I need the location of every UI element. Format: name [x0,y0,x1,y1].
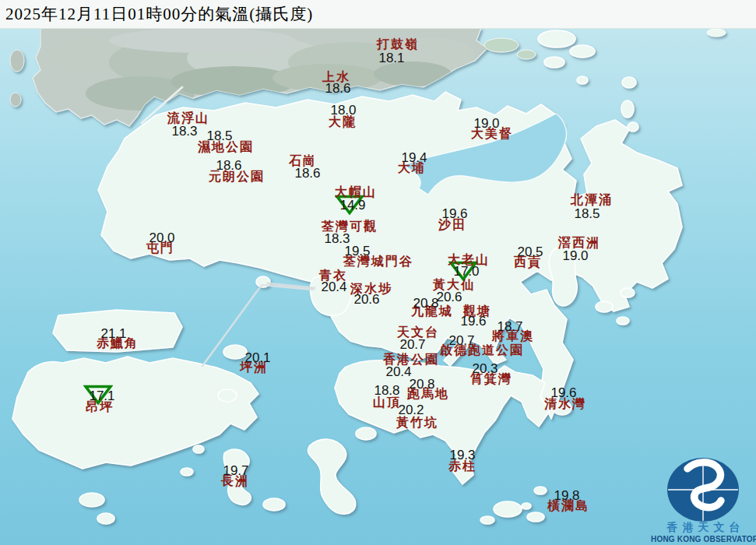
station-temperature-value: 20.1 [244,350,270,366]
station-temperature-value: 18.0 [330,103,356,118]
station-temperature-value: 19.0 [473,116,499,132]
map-title: 2025年12月11日01時00分的氣溫(攝氏度) [0,3,313,25]
station-temperature-value: 19.6 [460,314,486,329]
hko-logo-spacer [651,455,756,520]
station-temperature-value: 20.7 [399,337,425,353]
station-temperature-value: 18.3 [171,124,197,139]
station-temperature-value: 18.5 [574,206,600,222]
hko-logo: 香港天文台 HONG KONG OBSERVATORY [651,455,756,545]
station-temperature-value: 18.6 [216,158,241,174]
station-temperature-value: 21.1 [100,326,126,342]
stations-layer: 打鼓嶺18.1上水18.6大隴18.0流浮山18.3濕地公園18.5元朗公園18… [0,0,756,545]
weather-map-screen: 打鼓嶺18.1上水18.6大隴18.0流浮山18.3濕地公園18.5元朗公園18… [0,0,756,545]
station-temperature-value: 18.1 [378,51,404,66]
station-temperature-value: 20.4 [321,280,346,295]
station-temperature-value: 18.8 [374,383,399,399]
station-temperature-value: 19.8 [554,488,579,504]
station-temperature-value: 19.0 [562,248,588,264]
station-temperature-value: 18.7 [497,319,522,335]
station-temperature-value: 19.5 [344,244,370,259]
station-temperature-value: 20.0 [149,230,174,246]
station-temperature-value: 20.6 [436,290,462,305]
station-temperature-value: 19.6 [441,206,467,222]
title-bar: 2025年12月11日01時00分的氣溫(攝氏度) [0,0,756,29]
station-temperature-value: 20.8 [409,377,434,392]
station-temperature-value: 20.6 [353,292,379,308]
station-temperature-value: 18.6 [325,81,350,97]
station-temperature-value: 18.6 [294,166,320,181]
station-temperature-value: 20.4 [385,364,411,380]
station-temperature-value: 18.5 [206,128,232,144]
station-temperature-value: 17.0 [453,264,479,280]
hko-logo-chinese: 香港天文台 [651,521,756,535]
station-temperature-value: 14.9 [339,198,365,213]
station-temperature-value: 20.3 [472,361,498,377]
station-temperature-value: 20.2 [398,403,424,418]
station-temperature-value: 19.7 [223,463,248,479]
station-temperature-value: 20.5 [517,244,543,260]
station-temperature-value: 19.3 [449,448,475,463]
station-temperature-value: 17.1 [89,389,114,404]
hko-logo-english: HONG KONG OBSERVATORY [651,535,756,543]
station-temperature-value: 19.6 [550,385,576,401]
station-temperature-value: 19.4 [401,150,427,166]
station-temperature-value: 20.7 [448,333,474,349]
station-temperature-value: 20.8 [413,296,438,311]
